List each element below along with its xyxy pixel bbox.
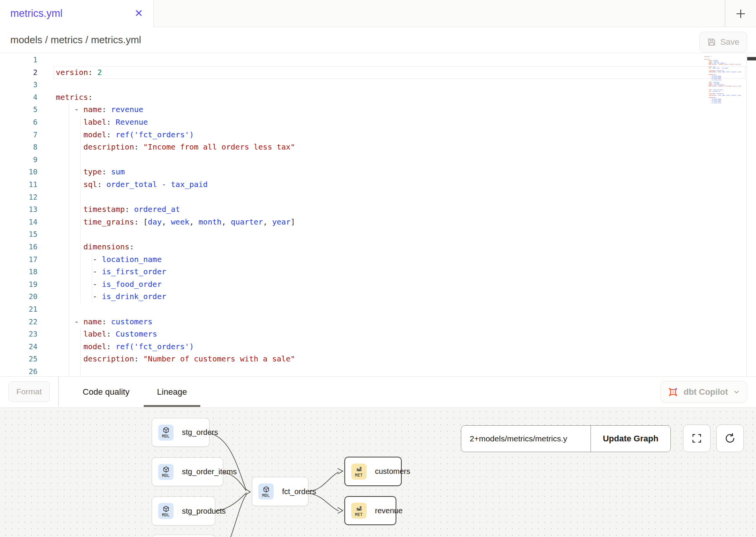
tab-lineage[interactable]: Lineage xyxy=(144,377,200,407)
tab-metrics-yml[interactable]: metrics.yml ✕ xyxy=(0,0,154,28)
tab-lineage-label: Lineage xyxy=(157,387,187,397)
code-token: metrics xyxy=(56,93,88,102)
code-line[interactable]: label: Customers xyxy=(56,328,157,340)
code-token: 2 xyxy=(97,68,102,77)
model-type-icon: MDL xyxy=(158,425,174,441)
lineage-node-customers[interactable]: METcustomers xyxy=(344,457,402,486)
overview-ruler[interactable] xyxy=(746,54,756,376)
code-line[interactable]: model: ref('fct_orders') xyxy=(56,129,194,141)
code-token: label xyxy=(83,329,106,338)
code-token: is_food_order xyxy=(102,280,162,289)
refresh-button[interactable] xyxy=(716,425,744,452)
code-token xyxy=(56,280,92,289)
tab-close-icon[interactable]: ✕ xyxy=(131,6,146,21)
code-line[interactable]: sql: order_total - tax_paid xyxy=(56,178,208,191)
update-graph-button[interactable]: Update Graph xyxy=(591,426,670,452)
code-token: - xyxy=(74,317,83,326)
code-line[interactable]: description: "Number of customers with a… xyxy=(56,353,295,365)
code-token xyxy=(56,329,83,338)
code-line[interactable]: metrics: xyxy=(56,91,92,104)
save-button[interactable]: Save xyxy=(699,32,747,52)
code-line[interactable]: version: 2 xyxy=(56,66,102,79)
code-token xyxy=(111,329,116,338)
lineage-selector-input[interactable] xyxy=(461,426,591,452)
line-number: 9 xyxy=(0,153,37,166)
line-number: 8 xyxy=(0,141,37,153)
code-token: : xyxy=(134,354,139,363)
line-number: 10 xyxy=(0,166,37,178)
lineage-panel[interactable]: MDLstg_ordersMDLstg_order_itemsMDLstg_pr… xyxy=(0,408,756,537)
code-token: : xyxy=(106,117,111,127)
code-token: : xyxy=(88,68,92,77)
dbt-ide-window: metrics.yml ✕ models / metrics / metrics… xyxy=(0,0,756,537)
code-token: order_total - tax_paid xyxy=(106,180,208,189)
format-label: Format xyxy=(16,387,42,396)
indent-guide xyxy=(80,228,81,241)
line-number: 20 xyxy=(0,290,37,303)
chevron-down-icon xyxy=(733,388,740,396)
format-button[interactable]: Format xyxy=(8,381,50,402)
code-line[interactable]: - name: revenue xyxy=(56,103,143,116)
plus-icon xyxy=(735,8,746,20)
code-line[interactable]: - location_name xyxy=(56,253,162,266)
lineage-node-fct_orders[interactable]: MDLfct_orders xyxy=(252,477,308,506)
code-token: : xyxy=(102,317,106,326)
line-number: 19 xyxy=(0,278,37,291)
code-token: type xyxy=(83,167,102,176)
tab-code-quality[interactable]: Code quality xyxy=(75,377,138,407)
code-token: customers xyxy=(111,317,152,326)
code-token xyxy=(111,130,116,139)
code-token: : xyxy=(88,93,92,102)
model-cube-icon xyxy=(162,426,170,434)
code-token xyxy=(111,342,116,351)
indent-guide xyxy=(69,191,69,203)
code-line[interactable]: - name: customers xyxy=(56,316,152,328)
lineage-node-stg_orders[interactable]: MDLstg_orders xyxy=(152,418,209,447)
minimap-line: time_grains: [day, week, month, quarter,… xyxy=(704,72,746,73)
code-token: - xyxy=(92,280,102,289)
bottom-toolbar: Format Code quality Lineage dbt Copilot xyxy=(0,376,756,408)
new-tab-button[interactable] xyxy=(732,5,750,23)
code-token: , xyxy=(162,217,171,226)
model-cube-icon xyxy=(263,486,270,493)
fullscreen-button[interactable] xyxy=(683,425,711,452)
code-line[interactable]: - is_first_order xyxy=(56,265,166,278)
model-type-icon: MDL xyxy=(158,464,174,480)
code-token: name xyxy=(83,105,102,114)
code-line[interactable]: description: "Income from all orders les… xyxy=(56,141,295,153)
node-label: stg_products xyxy=(182,507,226,516)
code-token xyxy=(139,142,143,151)
code-line[interactable]: model: ref('fct_orders') xyxy=(56,340,194,353)
code-token: Customers xyxy=(116,329,157,338)
code-token: - xyxy=(92,255,102,264)
code-line[interactable]: type: sum xyxy=(56,166,125,178)
code-token: timestamp xyxy=(83,205,125,214)
code-line[interactable]: - is_food_order xyxy=(56,278,162,291)
code-token: is_first_order xyxy=(102,267,166,276)
code-line[interactable]: dimensions: xyxy=(56,241,134,253)
code-token: - xyxy=(74,105,83,114)
code-line[interactable]: time_grains: [day, week, month, quarter,… xyxy=(56,216,295,228)
lineage-node-stg_products[interactable]: MDLstg_products xyxy=(152,496,215,526)
code-editor[interactable]: 1234567891011121314151617181920212223242… xyxy=(0,54,756,376)
code-token: : xyxy=(106,329,111,338)
code-line[interactable]: label: Revenue xyxy=(56,116,148,129)
code-line[interactable]: - is_drink_order xyxy=(56,290,166,303)
line-number: 15 xyxy=(0,228,37,241)
code-token: year xyxy=(272,217,290,226)
code-token xyxy=(56,292,92,301)
code-token xyxy=(106,167,111,176)
code-line[interactable]: timestamp: ordered_at xyxy=(56,203,180,216)
lineage-node-hidden_partial xyxy=(152,535,215,537)
model-type-icon: MDL xyxy=(258,483,274,500)
lineage-node-revenue[interactable]: METrevenue xyxy=(344,496,396,525)
code-token xyxy=(56,130,83,139)
node-type-badge: MDL xyxy=(262,493,270,498)
save-label: Save xyxy=(720,37,739,47)
code-token xyxy=(56,205,83,214)
code-token xyxy=(56,167,83,176)
dbt-copilot-button[interactable]: dbt Copilot xyxy=(660,381,747,403)
lineage-node-stg_order_items[interactable]: MDLstg_order_items xyxy=(152,457,223,486)
node-label: customers xyxy=(375,467,410,476)
minimap[interactable]: version: 2metrics: - name: revenue label… xyxy=(704,55,746,375)
